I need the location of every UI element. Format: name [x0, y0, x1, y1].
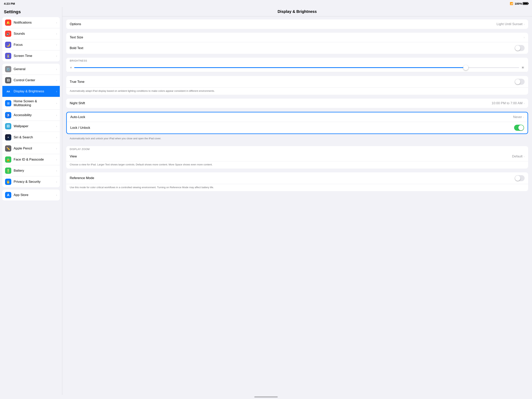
options-row[interactable]: Options Light Until Sunset › [66, 19, 528, 29]
face-id-icon: 🔒 [5, 156, 11, 163]
sidebar-title: Settings [0, 7, 62, 16]
sidebar-item-privacy[interactable]: 🖐 Privacy & Security › [2, 176, 60, 187]
sidebar-label-privacy: Privacy & Security [14, 180, 40, 184]
main-panel-header: Display & Brightness [62, 7, 532, 16]
true-tone-note: Automatically adapt iPad display based o… [66, 88, 528, 95]
night-shift-group: Night Shift 10:00 PM to 7:00 AM › [66, 99, 528, 108]
sidebar-label-accessibility: Accessibility [14, 113, 32, 117]
sidebar-item-accessibility[interactable]: ♿ Accessibility › [2, 110, 60, 121]
sidebar-label-general: General [14, 67, 25, 71]
view-value: Default [512, 154, 522, 158]
view-row[interactable]: View Default › [66, 152, 528, 161]
focus-icon: 🌙 [5, 42, 11, 48]
auto-lock-chevron-icon: › [523, 116, 524, 119]
night-shift-row[interactable]: Night Shift 10:00 PM to 7:00 AM › [66, 99, 528, 108]
text-size-row[interactable]: Text Size › [66, 33, 528, 42]
auto-lock-row[interactable]: Auto-Lock Never › [67, 112, 527, 122]
chevron-icon: › [56, 193, 57, 197]
brightness-slider-thumb[interactable] [463, 65, 468, 70]
sidebar-item-battery[interactable]: 🔋 Battery › [2, 165, 60, 176]
sidebar-item-display-brightness[interactable]: AA Display & Brightness › [2, 86, 60, 97]
chevron-icon: › [56, 180, 57, 183]
privacy-icon: 🖐 [5, 179, 11, 185]
sidebar-label-wallpaper: Wallpaper [14, 124, 28, 128]
app-store-icon: A [5, 192, 11, 198]
bold-text-toggle[interactable] [515, 45, 525, 51]
sidebar-label-siri-search: Siri & Search [14, 135, 33, 139]
sidebar-item-screen-time[interactable]: ⏳ Screen Time › [2, 51, 60, 61]
sidebar-label-sounds: Sounds [14, 32, 25, 36]
chevron-icon: › [56, 158, 57, 161]
auto-lock-label: Auto-Lock [70, 115, 513, 119]
sidebar-item-wallpaper[interactable]: 🖼 Wallpaper › [2, 121, 60, 132]
lock-unlock-toggle[interactable] [514, 125, 524, 131]
sidebar-label-display-brightness: Display & Brightness [14, 90, 44, 93]
chevron-icon: › [56, 114, 57, 117]
sidebar-label-notifications: Notifications [14, 21, 32, 25]
true-tone-row[interactable]: True Tone [66, 76, 528, 88]
display-brightness-icon: AA [5, 88, 11, 95]
control-center-icon: ⊟ [5, 77, 11, 83]
auto-lock-value: Never [513, 115, 522, 119]
sidebar-item-apple-pencil[interactable]: ✏️ Apple Pencil › [2, 143, 60, 154]
lock-unlock-note: Automatically lock and unlock your iPad … [66, 135, 528, 142]
sidebar-item-control-center[interactable]: ⊟ Control Center › [2, 75, 60, 86]
battery-indicator: 100% [515, 2, 528, 5]
sidebar-group-mid: ⚙️ General › ⊟ Control Center › AA Displ… [2, 64, 60, 187]
chevron-icon: › [56, 68, 57, 71]
sidebar-label-apple-pencil: Apple Pencil [14, 147, 32, 150]
sidebar-item-app-store[interactable]: A App Store › [2, 190, 60, 200]
home-bar [254, 396, 278, 398]
brightness-slider-track[interactable] [74, 67, 519, 68]
options-group: Options Light Until Sunset › [66, 19, 528, 29]
options-label: Options [70, 22, 497, 26]
sidebar-item-face-id[interactable]: 🔒 Face ID & Passcode › [2, 154, 60, 165]
view-note: Choose a view for iPad. Larger Text show… [66, 161, 528, 168]
sidebar-label-face-id: Face ID & Passcode [14, 158, 44, 161]
brightness-group: BRIGHTNESS ☀ ☀ [66, 58, 528, 72]
options-chevron-icon: › [524, 23, 525, 26]
reference-mode-row[interactable]: Reference Mode [66, 172, 528, 184]
sidebar-item-sounds[interactable]: 🔊 Sounds › [2, 28, 60, 39]
chevron-icon: › [56, 21, 57, 24]
sidebar-label-battery: Battery [14, 169, 24, 173]
reference-mode-toggle[interactable] [515, 175, 525, 181]
true-tone-toggle[interactable] [515, 79, 525, 85]
sidebar-item-focus[interactable]: 🌙 Focus › [2, 39, 60, 51]
app-container: Settings 🔔 Notifications › 🔊 Sounds › 🌙 … [0, 7, 532, 395]
night-shift-label: Night Shift [70, 101, 492, 105]
view-label: View [70, 154, 512, 158]
status-time: 4:23 PM [4, 2, 15, 5]
brightness-row: ☀ ☀ [66, 63, 528, 72]
lock-unlock-row[interactable]: Lock / Unlock [67, 122, 527, 134]
battery-bar [523, 2, 528, 5]
sidebar-group-top: 🔔 Notifications › 🔊 Sounds › 🌙 Focus › ⏳… [2, 17, 60, 61]
chevron-icon: › [56, 79, 57, 82]
chevron-icon: › [56, 147, 57, 150]
chevron-icon: › [56, 90, 57, 93]
toggle-knob [515, 45, 520, 51]
chevron-icon: › [56, 169, 57, 172]
notifications-icon: 🔔 [5, 19, 11, 26]
reference-mode-label: Reference Mode [70, 176, 515, 180]
siri-icon: ✦ [5, 134, 11, 141]
text-size-chevron-icon: › [524, 36, 525, 39]
night-shift-value: 10:00 PM to 7:00 AM [492, 101, 523, 105]
display-zoom-group: DISPLAY ZOOM View Default › Choose a vie… [66, 146, 528, 168]
sidebar-item-home-screen[interactable]: ⊞ Home Screen & Multitasking › [2, 97, 60, 110]
battery-percent: 100% [515, 2, 522, 5]
status-right: 📶 100% [510, 2, 528, 5]
sidebar-item-siri-search[interactable]: ✦ Siri & Search › [2, 132, 60, 143]
chevron-icon: › [56, 136, 57, 139]
status-bar: 4:23 PM 📶 100% [0, 0, 532, 7]
bold-text-row[interactable]: Bold Text [66, 42, 528, 54]
brightness-slider-fill [74, 67, 466, 68]
chevron-icon: › [56, 102, 57, 105]
sidebar-item-general[interactable]: ⚙️ General › [2, 64, 60, 75]
lock-unlock-label: Lock / Unlock [70, 126, 514, 130]
sidebar-label-app-store: App Store [14, 193, 28, 197]
sidebar-item-notifications[interactable]: 🔔 Notifications › [2, 17, 60, 28]
sounds-icon: 🔊 [5, 31, 11, 37]
home-indicator [0, 395, 532, 399]
toggle-knob [515, 79, 520, 84]
